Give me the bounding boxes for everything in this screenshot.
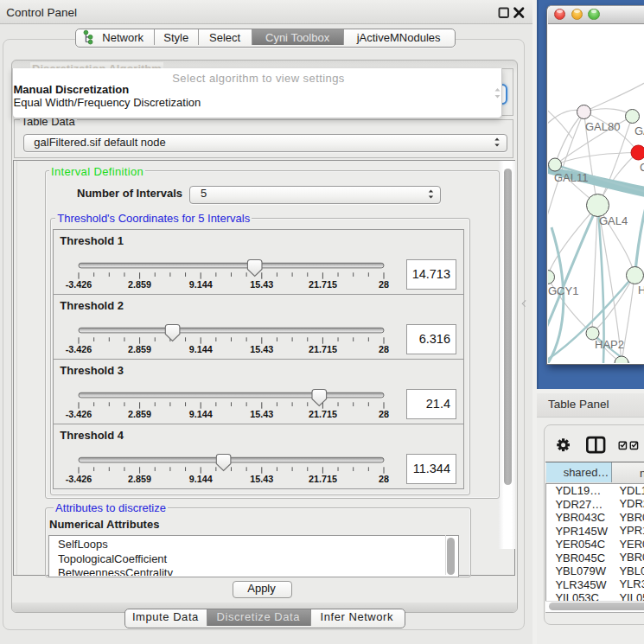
svg-text:C: C	[640, 161, 644, 174]
svg-text:HAP2: HAP2	[595, 338, 624, 351]
svg-text:GAL80: GAL80	[585, 119, 620, 132]
svg-text:GA: GA	[634, 124, 644, 137]
svg-text:GAL4: GAL4	[599, 214, 628, 226]
svg-text:H: H	[638, 284, 644, 296]
svg-text:GCY1: GCY1	[548, 284, 578, 297]
svg-text:GAL11: GAL11	[554, 170, 589, 183]
